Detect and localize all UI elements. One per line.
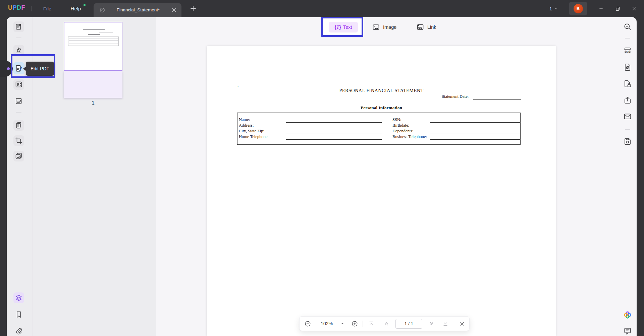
personal-information-heading[interactable]: Personal Information [207, 105, 556, 111]
rail-divider [16, 38, 21, 38]
fill-line[interactable] [430, 134, 520, 134]
thumbnail-page-number: 1 [64, 100, 122, 106]
chevron-down-icon [554, 7, 558, 11]
document-title[interactable]: PERSONAL FINANCIAL STATEMENT [207, 88, 556, 93]
help-notification-dot [84, 4, 86, 6]
attachments-panel-button[interactable] [13, 326, 24, 336]
link-tool-button[interactable]: Link [416, 19, 436, 35]
panel-handle-dot [7, 67, 10, 70]
restore-button[interactable] [610, 0, 625, 17]
account-button[interactable]: B [569, 2, 587, 15]
email-icon [623, 112, 632, 121]
fill-sign-button[interactable] [13, 96, 24, 107]
table-label-business-telephone[interactable]: Business Telephone: [392, 134, 427, 139]
search-button[interactable] [623, 22, 632, 31]
rail-divider [625, 129, 630, 130]
protect-lock-icon [623, 79, 632, 88]
organize-pages-button[interactable] [13, 79, 24, 90]
bookmark-icon [15, 311, 23, 319]
page-tools-button[interactable] [13, 120, 24, 131]
zoom-out-button[interactable] [303, 317, 312, 331]
convert-button[interactable] [623, 63, 632, 71]
duplicate-page-icon [15, 121, 23, 129]
highlighter-icon [15, 46, 23, 54]
edit-pdf-tooltip: Edit PDF [26, 62, 54, 76]
protect-button[interactable] [623, 79, 632, 88]
organize-pages-icon [15, 80, 23, 88]
previous-page-button[interactable] [382, 317, 391, 331]
reader-mode-button[interactable] [13, 21, 24, 32]
save-icon [623, 137, 632, 146]
title-bar: UPDF File Help Financial_Statement* [0, 0, 644, 17]
statement-date-line[interactable] [473, 99, 521, 100]
thumb-mini-title [83, 29, 105, 30]
updf-window: UPDF File Help Financial_Statement* [0, 0, 644, 336]
table-label-ssn[interactable]: SSN: [392, 117, 401, 122]
close-toolbar-button[interactable] [457, 317, 467, 331]
watermark-icon [15, 152, 23, 160]
save-button[interactable] [623, 137, 632, 146]
table-label-birthdate[interactable]: Birthdate: [392, 123, 409, 128]
personal-information-table[interactable] [237, 113, 521, 145]
first-page-button[interactable] [367, 317, 376, 331]
last-page-button[interactable] [441, 317, 450, 331]
zoom-level[interactable]: 102% [318, 317, 335, 331]
table-label-dependents[interactable]: Dependents: [392, 129, 413, 133]
table-label-name[interactable]: Name: [239, 117, 250, 122]
thumb-mini-table [68, 37, 119, 46]
close-button[interactable] [627, 0, 641, 17]
fill-line[interactable] [286, 134, 382, 134]
fill-line[interactable] [286, 139, 382, 140]
link-icon [416, 23, 424, 31]
feedback-button[interactable] [623, 327, 632, 335]
tab-close-icon[interactable] [171, 7, 177, 13]
convert-icon [623, 63, 632, 71]
fill-sign-icon [15, 97, 23, 105]
updf-logo: UPDF [8, 4, 25, 11]
watermark-button[interactable] [13, 151, 24, 161]
page-thumbnail-visible-area[interactable] [64, 22, 122, 71]
crop-pages-button[interactable] [13, 135, 24, 146]
zoom-dropdown-caret[interactable] [339, 317, 346, 331]
new-tab-button[interactable] [189, 4, 198, 13]
statement-date-label[interactable]: Statement Date: [442, 94, 469, 99]
next-page-button[interactable] [427, 317, 436, 331]
ocr-button[interactable]: OCR [623, 46, 632, 55]
layers-icon [15, 294, 23, 302]
fill-line[interactable] [286, 122, 382, 123]
email-button[interactable] [623, 112, 632, 121]
avatar: B [574, 4, 583, 13]
page-thumbnail-rest[interactable] [64, 71, 122, 98]
share-button[interactable] [623, 96, 632, 105]
fill-line[interactable] [430, 128, 520, 128]
menu-help[interactable]: Help [66, 0, 85, 17]
bookmarks-panel-button[interactable] [13, 309, 24, 320]
zoom-in-button[interactable] [350, 317, 359, 331]
layers-panel-button[interactable] [13, 292, 24, 303]
fill-line[interactable] [430, 122, 520, 123]
rail-divider [625, 38, 630, 39]
search-icon [623, 22, 632, 31]
ai-assistant-button[interactable] [623, 310, 633, 320]
text-tool-button[interactable]: {T} Text [329, 22, 358, 32]
minimize-button[interactable] [594, 0, 608, 17]
logo-divider [32, 6, 32, 11]
toolbar-divider [363, 321, 363, 327]
fill-line[interactable] [430, 139, 520, 140]
table-label-city-state-zip[interactable]: City, State Zip: [239, 129, 264, 133]
page-number-input[interactable]: 1 / 1 [395, 319, 422, 329]
thumb-mini-dateline [99, 32, 113, 32]
image-tool-button[interactable]: Image [372, 19, 396, 35]
table-label-home-telephone[interactable]: Home Telephone: [239, 134, 269, 139]
toolbar-divider [453, 321, 453, 327]
stray-mark: . [237, 84, 238, 86]
svg-text:OCR: OCR [625, 51, 630, 53]
fill-line[interactable] [286, 128, 382, 128]
view-toolbar: 102% 1 / 1 [299, 316, 470, 331]
menu-file[interactable]: File [38, 0, 56, 17]
rail-divider [16, 112, 21, 113]
document-tab[interactable]: Financial_Statement* [94, 3, 181, 17]
table-label-address[interactable]: Address: [239, 123, 254, 128]
window-page-indicator[interactable]: 1 [549, 0, 558, 17]
reader-icon [15, 23, 23, 31]
